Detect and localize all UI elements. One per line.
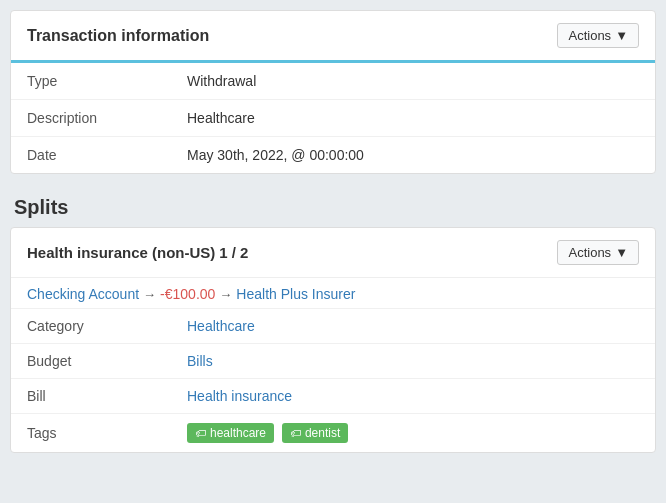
from-account-link[interactable]: Checking Account — [27, 286, 139, 302]
budget-label: Budget — [11, 344, 171, 379]
date-value: May 30th, 2022, @ 00:00:00 — [171, 137, 655, 174]
actions-button[interactable]: Actions ▼ — [557, 23, 639, 48]
split-card: Health insurance (non-US) 1 / 2 Actions … — [10, 227, 656, 453]
bill-link[interactable]: Health insurance — [187, 388, 292, 404]
chevron-down-icon: ▼ — [615, 245, 628, 260]
budget-link[interactable]: Bills — [187, 353, 213, 369]
tag-icon: 🏷 — [290, 427, 301, 439]
transaction-title: Transaction information — [27, 27, 209, 45]
description-label: Description — [11, 100, 171, 137]
description-value: Healthcare — [171, 100, 655, 137]
tags-value: 🏷 healthcare 🏷 dentist — [171, 414, 655, 453]
splits-heading: Splits — [10, 186, 656, 227]
tags-label: Tags — [11, 414, 171, 453]
bill-value: Health insurance — [171, 379, 655, 414]
split-actions-button[interactable]: Actions ▼ — [557, 240, 639, 265]
table-row: Bill Health insurance — [11, 379, 655, 414]
flow-amount: -€100.00 — [160, 286, 215, 302]
date-label: Date — [11, 137, 171, 174]
transaction-info-table: Type Withdrawal Description Healthcare D… — [11, 63, 655, 173]
to-account-link[interactable]: Health Plus Insurer — [236, 286, 355, 302]
tag-label: healthcare — [210, 426, 266, 440]
transaction-card: Transaction information Actions ▼ Type W… — [10, 10, 656, 174]
type-label: Type — [11, 63, 171, 100]
transaction-card-header: Transaction information Actions ▼ — [11, 11, 655, 63]
category-link[interactable]: Healthcare — [187, 318, 255, 334]
table-row: Budget Bills — [11, 344, 655, 379]
split-title: Health insurance (non-US) 1 / 2 — [27, 244, 248, 261]
table-row: Category Healthcare — [11, 309, 655, 344]
splits-section: Splits Health insurance (non-US) 1 / 2 A… — [10, 186, 656, 453]
split-flow: Checking Account → -€100.00 → Health Plu… — [11, 278, 655, 309]
arrow1: → — [143, 287, 156, 302]
type-value: Withdrawal — [171, 63, 655, 100]
table-row: Type Withdrawal — [11, 63, 655, 100]
chevron-down-icon: ▼ — [615, 28, 628, 43]
split-card-header: Health insurance (non-US) 1 / 2 Actions … — [11, 228, 655, 278]
split-info-table: Category Healthcare Budget Bills Bill He… — [11, 309, 655, 452]
split-count: 1 / 2 — [219, 244, 248, 261]
table-row: Description Healthcare — [11, 100, 655, 137]
tag-dentist: 🏷 dentist — [282, 423, 348, 443]
tag-healthcare: 🏷 healthcare — [187, 423, 274, 443]
bill-label: Bill — [11, 379, 171, 414]
table-row: Date May 30th, 2022, @ 00:00:00 — [11, 137, 655, 174]
category-value: Healthcare — [171, 309, 655, 344]
tag-icon: 🏷 — [195, 427, 206, 439]
arrow2: → — [219, 287, 232, 302]
tag-label: dentist — [305, 426, 340, 440]
category-label: Category — [11, 309, 171, 344]
split-title-text: Health insurance (non-US) — [27, 244, 215, 261]
table-row: Tags 🏷 healthcare 🏷 dentist — [11, 414, 655, 453]
budget-value: Bills — [171, 344, 655, 379]
